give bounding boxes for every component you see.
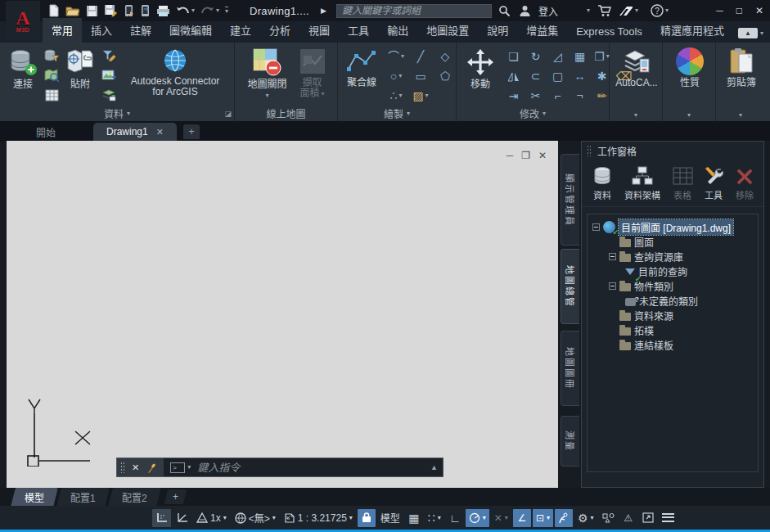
ribbon-tab-annotate[interactable]: 註解 (121, 18, 160, 43)
move-button[interactable]: 移動 (462, 46, 499, 92)
ribbon-tab-analyze[interactable]: 分析 (260, 18, 299, 43)
tree-item-current-query[interactable]: 目前的查詢 (591, 264, 754, 278)
copy-tool[interactable]: ❏ (502, 51, 525, 62)
arcgis-connector-button[interactable]: Autodesk Connector for ArcGIS (119, 46, 231, 99)
object-snap-button[interactable]: ✕▾ (491, 509, 511, 527)
layout-tab-layout2[interactable]: 配置2 (108, 488, 160, 507)
ortho-mode-button[interactable]: ∟ (446, 509, 464, 527)
autodesk-dropdown-icon[interactable]: ▾ (635, 7, 638, 14)
points-tool[interactable]: ∴▾ (384, 90, 408, 101)
clipboard-panel-dropdown-icon[interactable]: ▾ (739, 112, 742, 119)
polyline-button[interactable]: 聚合線 (343, 46, 380, 90)
signin-dropdown-icon[interactable]: ▾ (587, 7, 590, 14)
snap-tracking-button[interactable]: ∠ (513, 509, 531, 527)
title-expand-icon[interactable]: ▶ (321, 7, 326, 15)
ribbon-display-dropdown-icon[interactable]: ▾ (760, 30, 763, 37)
ribbon-tab-addins[interactable]: 增益集 (517, 18, 567, 43)
drawing-minimize-button[interactable]: ─ (507, 150, 514, 161)
ribbon-tab-express-tools[interactable]: Express Tools (567, 21, 651, 43)
ribbon-tab-featured-apps[interactable]: 精選應用程式 (651, 18, 733, 43)
task-pane-header[interactable]: 工作窗格 (582, 142, 763, 160)
shorten-tool[interactable]: ↔ (569, 70, 591, 82)
attach-button[interactable]: 貼附 (62, 46, 98, 92)
command-line-handle[interactable]: ✕ (117, 458, 164, 476)
save-icon[interactable] (86, 5, 98, 17)
line-tool[interactable]: ╱ (408, 51, 433, 62)
clipboard-button[interactable]: 剪貼簿 (723, 46, 759, 90)
polygon-tool[interactable]: ⬠ (433, 70, 457, 82)
scale-tool[interactable]: ◿ (547, 51, 569, 62)
tree-item-query-library[interactable]: 查詢資源庫 (591, 249, 754, 264)
viewport-scale-button[interactable]: 1 : 3.21725▾ (281, 509, 356, 527)
grid-display-button[interactable]: ▦ (405, 509, 423, 527)
warning-notifications-button[interactable]: ⚠ (619, 509, 637, 527)
tree-item-undefined-class[interactable]: 未定義的類別 (591, 293, 754, 308)
side-tab-display-manager[interactable]: 顯示管理員 (561, 154, 579, 246)
array-tool[interactable]: ▦ (569, 51, 591, 62)
taskpane-tools-button[interactable]: 工具 (700, 166, 727, 201)
ribbon-tab-create[interactable]: 建立 (221, 18, 260, 43)
open-file-icon[interactable] (65, 5, 80, 17)
redo-button[interactable]: ▾ (200, 6, 219, 16)
command-line-close-icon[interactable]: ✕ (132, 462, 139, 473)
command-expand-icon[interactable]: ▲ (430, 463, 443, 471)
stretch-tool[interactable]: ▢ (547, 70, 569, 82)
tree-item-drawings[interactable]: 圖面 (591, 234, 754, 249)
map-off-dropdown-icon[interactable]: ▾ (265, 92, 268, 99)
sign-in-button[interactable]: 登入 (538, 4, 558, 18)
layout-tab-model[interactable]: 模型 (11, 488, 58, 507)
table-icon[interactable] (43, 87, 60, 103)
help-search-box[interactable] (336, 4, 492, 18)
command-prompt-icon[interactable]: > (170, 462, 185, 473)
autocad-layers-button[interactable]: AutoCA... (612, 46, 660, 90)
side-tab-map-book[interactable]: 地圖圖冊 (561, 331, 579, 406)
file-tab-drawing1[interactable]: Drawing1 ✕ (93, 123, 177, 141)
application-menu-button[interactable]: A M3D (6, 1, 40, 40)
properties-button[interactable]: 性質 (673, 46, 707, 90)
draw-panel-label[interactable]: 繪製▾ (338, 106, 456, 121)
dynamic-ucs-button[interactable] (173, 509, 191, 527)
customize-menu-button[interactable] (659, 509, 678, 527)
modify-panel-label[interactable]: 修改▾ (457, 106, 609, 121)
drawing-close-button[interactable]: ✕ (538, 150, 547, 161)
command-input[interactable] (191, 462, 430, 474)
trim-tool[interactable]: ✂ (525, 90, 547, 101)
task-pane-grip-icon[interactable] (587, 145, 591, 156)
save-as-icon[interactable] (104, 4, 118, 17)
undo-button[interactable]: ▾ (176, 6, 195, 16)
layout-tab-layout1[interactable]: 配置1 (56, 488, 109, 507)
properties-panel-dropdown-icon[interactable]: ▾ (687, 112, 691, 119)
annotation-scale-button[interactable]: 1x▾ (193, 509, 230, 527)
database-filter-icon[interactable] (43, 47, 60, 64)
tree-item-current-drawing[interactable]: 目前圖面 [Drawing1.dwg] (591, 219, 754, 234)
autocad-panel-dropdown-icon[interactable]: ▾ (634, 112, 637, 119)
plot-icon[interactable] (156, 5, 170, 17)
data-panel-label[interactable]: 資料▾ (0, 106, 234, 121)
ribbon-tab-output[interactable]: 輸出 (378, 18, 417, 43)
clean-screen-button[interactable] (639, 509, 657, 527)
file-tab-close-icon[interactable]: ✕ (156, 127, 164, 138)
help-icon[interactable]: ? (651, 4, 664, 17)
help-dropdown-icon[interactable]: ▾ (665, 7, 669, 14)
rotate-tool[interactable]: ↻ (525, 51, 547, 62)
drawing-canvas[interactable]: ─ ❐ ✕ Y X ✕ > ▾ (7, 141, 558, 488)
expand-toggle-icon[interactable] (592, 223, 600, 231)
open-from-mobile-icon[interactable] (140, 4, 151, 17)
qat-customize-icon[interactable]: ▾ (225, 7, 228, 15)
ribbon-tab-view[interactable]: 視圖 (299, 18, 339, 43)
drawing-restore-button[interactable]: ❐ (521, 150, 530, 161)
layer-import-icon[interactable] (101, 87, 117, 103)
customize-wrench-icon[interactable] (146, 462, 157, 473)
new-drawing-tab-button[interactable]: + (183, 124, 200, 139)
save-to-mobile-icon[interactable] (124, 4, 134, 17)
grid-axes-button[interactable] (152, 509, 171, 527)
autodesk-logo-icon[interactable] (619, 6, 633, 16)
tree-item-data-sources[interactable]: 資料來源 (591, 308, 754, 322)
circle-tool[interactable]: ○▾ (384, 70, 408, 82)
ribbon-tab-home[interactable]: 常用 (43, 18, 82, 43)
ribbon-tab-tools[interactable]: 工具 (339, 18, 378, 43)
tree-item-object-classes[interactable]: 物件類別 (591, 278, 754, 293)
map-off-button[interactable]: 地圖關閉 ▾ (244, 46, 290, 101)
expand-toggle-icon[interactable] (609, 253, 616, 260)
undo-dropdown-icon[interactable]: ▾ (191, 7, 195, 14)
